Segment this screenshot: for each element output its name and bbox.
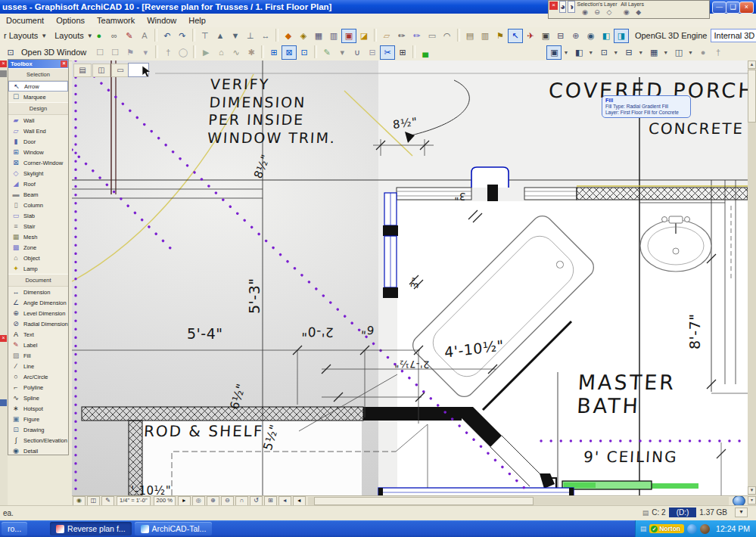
open-3d-window-button[interactable]: ⊡ Open 3D Window bbox=[0, 45, 92, 60]
show-in-3d-icon[interactable]: ◕ bbox=[559, 1, 566, 13]
layout-view-button[interactable]: ◫ bbox=[671, 45, 686, 60]
eraser-icon[interactable]: ▱ bbox=[379, 29, 394, 43]
tool-drawing[interactable]: ⊡Drawing bbox=[8, 424, 68, 435]
tool-section-elevation[interactable]: ∫Section/Elevation bbox=[8, 435, 68, 445]
pen-blue-icon[interactable]: ✏ bbox=[409, 29, 425, 43]
vscroll-page-button[interactable]: ▾ bbox=[748, 496, 756, 504]
section-view-dropdown-icon[interactable]: ▼ bbox=[611, 50, 620, 55]
taskbar-button-reverse-plan[interactable]: Reverse plan f... bbox=[50, 522, 131, 535]
status-dropdown-button[interactable]: ▾ bbox=[735, 508, 748, 517]
align-bottom-icon[interactable]: ⊥ bbox=[243, 29, 258, 43]
quick-options-icon[interactable]: ▤ bbox=[73, 64, 92, 77]
dim-2-0[interactable]: 2'-0" bbox=[301, 324, 334, 340]
tool-hotspot[interactable]: ∗Hotspot bbox=[8, 403, 68, 414]
restore-button[interactable]: ❑ bbox=[726, 2, 740, 14]
align-top-icon[interactable]: ⊤ bbox=[198, 29, 213, 43]
layer-palette-close-icon[interactable]: × bbox=[549, 2, 558, 10]
messenger-tray-icon[interactable] bbox=[687, 524, 697, 534]
palette-grip-icon[interactable] bbox=[0, 70, 7, 77]
tool-stair[interactable]: ≡Stair bbox=[8, 221, 68, 231]
tool-label[interactable]: ✎Label bbox=[8, 340, 68, 350]
menu-window[interactable]: Window bbox=[141, 15, 182, 26]
vertical-scrollbar[interactable]: ▲ ▼ ▾ bbox=[748, 61, 756, 505]
worksheet-view-dropdown-icon[interactable]: ▼ bbox=[661, 50, 670, 55]
dim-6[interactable]: 6" bbox=[360, 322, 375, 337]
vscroll-up-button[interactable]: ▲ bbox=[748, 61, 756, 69]
taskbar-partial-button[interactable]: ro... bbox=[2, 522, 27, 535]
tool-wall-end[interactable]: ▱Wall End bbox=[8, 126, 68, 136]
section-view-button[interactable]: ⊡ bbox=[596, 45, 611, 60]
tool-arc-circle[interactable]: ○Arc/Circle bbox=[8, 371, 68, 382]
tool-zone[interactable]: ▩Zone bbox=[8, 242, 68, 253]
lock-selection-layer-icon[interactable]: ⊖ bbox=[591, 8, 603, 17]
library-icon[interactable]: ▤ bbox=[462, 29, 478, 43]
hide-in-3d-icon[interactable]: ◑ bbox=[568, 1, 574, 13]
layout-book-dropdown[interactable]: r Layouts▼ bbox=[0, 30, 51, 41]
worksheet-view-button[interactable]: ▦ bbox=[646, 45, 661, 60]
3d-view-dropdown-icon[interactable]: ▼ bbox=[586, 50, 595, 55]
flower-icon[interactable]: ✱ bbox=[244, 45, 259, 60]
layer-extras-icon[interactable]: ▥ bbox=[326, 29, 341, 43]
tool-door[interactable]: ▮Door bbox=[8, 136, 68, 147]
redo-icon[interactable]: ↷ bbox=[175, 29, 190, 43]
tool-fill[interactable]: ▨Fill bbox=[8, 350, 68, 361]
orbit-gray-icon[interactable]: ◯ bbox=[176, 45, 191, 60]
lock-all-layers-icon[interactable]: ◆ bbox=[633, 8, 645, 17]
line-type-icon[interactable]: ▭ bbox=[425, 29, 440, 43]
tool-arrow[interactable]: ↖Arrow bbox=[8, 81, 68, 92]
floor-plan-canvas[interactable]: ▤◫▭ VERIFY DIMENSION PER INSIDE WINDOW T… bbox=[72, 61, 748, 495]
concrete-label[interactable]: CONCRETE bbox=[648, 120, 744, 138]
marquee-gray2-icon[interactable]: ☐ bbox=[107, 45, 123, 60]
tool-beam[interactable]: ▬Beam bbox=[8, 189, 68, 200]
play-icon[interactable]: ▶ bbox=[198, 45, 213, 60]
show-all-layers-icon[interactable]: ◉ bbox=[621, 8, 633, 17]
check-pen-icon[interactable]: ✎ bbox=[122, 29, 137, 43]
person-gray-icon[interactable]: † bbox=[711, 45, 726, 60]
dim-partial[interactable]: '-10½" bbox=[131, 484, 171, 495]
palette-close-icon[interactable]: × bbox=[0, 61, 7, 67]
floor-plan-view-dropdown-icon[interactable]: ▼ bbox=[562, 50, 570, 55]
dim-3-door[interactable]: 3" bbox=[454, 191, 466, 203]
panel-icon[interactable]: ⊟ bbox=[365, 45, 380, 60]
coordinates-icon[interactable]: ▭ bbox=[111, 64, 129, 77]
toolbox-section-design[interactable]: Design bbox=[8, 102, 68, 115]
quick-layers-icon[interactable]: ▦ bbox=[311, 29, 326, 43]
menu-help[interactable]: Help bbox=[182, 15, 212, 26]
bath-left-wall[interactable] bbox=[383, 193, 398, 298]
monitor-icon[interactable]: ⊞ bbox=[395, 45, 410, 60]
trace-reference-icon[interactable]: ▣ bbox=[341, 29, 356, 43]
tool-radial-dimension[interactable]: ⊘Radial Dimension bbox=[8, 318, 68, 329]
screen-icon[interactable]: ⊟ bbox=[553, 29, 568, 43]
floor-plan-view-button[interactable]: ▣ bbox=[546, 45, 562, 60]
toolbox-section-selection[interactable]: Selection bbox=[8, 68, 68, 81]
publisher-icon[interactable]: ● bbox=[92, 29, 107, 43]
tool-text[interactable]: AText bbox=[8, 329, 68, 340]
cutaway-3d-icon[interactable]: ⊠ bbox=[282, 45, 297, 60]
toolbox-close-icon[interactable]: × bbox=[61, 61, 67, 67]
tool-window[interactable]: ⊞Window bbox=[8, 147, 68, 157]
hscroll-thumb[interactable] bbox=[314, 497, 534, 505]
norton-tray-icon[interactable]: ✓ Norton bbox=[649, 524, 684, 533]
sphere-gray-icon[interactable]: ● bbox=[695, 45, 711, 60]
render-settings-icon[interactable]: ◨ bbox=[614, 29, 629, 43]
navigator-orb-button[interactable] bbox=[733, 495, 745, 506]
menu-options[interactable]: Options bbox=[50, 15, 91, 26]
tool-figure[interactable]: ▣Figure bbox=[8, 414, 68, 424]
tool-spline[interactable]: ∿Spline bbox=[8, 393, 68, 403]
tool-lamp[interactable]: ✦Lamp bbox=[8, 263, 68, 274]
ceiling-label[interactable]: 9' CEILING bbox=[583, 448, 678, 466]
tool-wall[interactable]: ▰Wall bbox=[8, 115, 68, 126]
orbit-icon[interactable]: ⊕ bbox=[568, 29, 583, 43]
tool-slab[interactable]: ▭Slab bbox=[8, 210, 68, 221]
pen-black-icon[interactable]: ✏ bbox=[394, 29, 409, 43]
clock[interactable]: 12:24 PM bbox=[716, 524, 750, 533]
tool-polyline[interactable]: ⌐Polyline bbox=[8, 382, 68, 393]
home-icon[interactable]: ⌂ bbox=[213, 45, 229, 60]
tool-object[interactable]: ⌂Object bbox=[8, 253, 68, 263]
tool-angle-dimension[interactable]: ∠Angle Dimension bbox=[8, 297, 68, 308]
master-bath-label[interactable]: MASTER BATH bbox=[576, 371, 676, 417]
undo-icon[interactable]: ↶ bbox=[160, 29, 175, 43]
rename-icon[interactable]: A bbox=[137, 29, 152, 43]
cutplane-icon[interactable]: ✂ bbox=[380, 45, 395, 60]
magnet-icon[interactable]: ∪ bbox=[350, 45, 365, 60]
